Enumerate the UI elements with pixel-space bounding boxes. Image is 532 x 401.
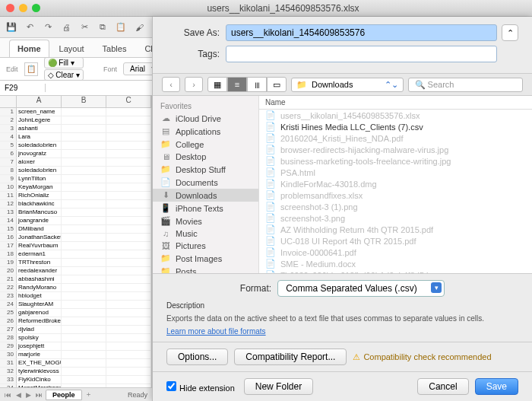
cell[interactable] bbox=[62, 183, 106, 191]
row-header[interactable]: 32 bbox=[0, 368, 17, 375]
table-row[interactable]: 33FlyKidCinko bbox=[0, 376, 151, 384]
sidebar-item[interactable]: 📱iPhone Texts bbox=[153, 202, 258, 215]
row-header[interactable]: 18 bbox=[0, 250, 17, 258]
cell[interactable]: JohnLegere bbox=[17, 116, 62, 124]
cell[interactable] bbox=[62, 309, 106, 317]
cell[interactable] bbox=[62, 175, 106, 183]
cell[interactable]: SlaughterAM bbox=[17, 301, 62, 308]
table-row[interactable]: 14joangrande bbox=[0, 217, 151, 225]
cell[interactable] bbox=[106, 359, 151, 367]
cell[interactable]: Lara bbox=[17, 133, 62, 141]
name-column-header[interactable]: Name bbox=[259, 96, 532, 110]
row-header[interactable]: 20 bbox=[0, 267, 17, 275]
cell[interactable] bbox=[62, 150, 106, 158]
search-input[interactable]: 🔍 Search bbox=[408, 78, 524, 92]
cell[interactable]: RealYuvrbaum bbox=[17, 242, 62, 250]
forward-icon[interactable]: › bbox=[185, 77, 203, 92]
row-header[interactable]: 13 bbox=[0, 208, 17, 216]
tab-layout[interactable]: Layout bbox=[51, 40, 93, 57]
save-button[interactable]: Save bbox=[475, 378, 518, 395]
table-row[interactable]: 26ReformedBroker bbox=[0, 317, 151, 326]
table-row[interactable]: 15DMliband bbox=[0, 225, 151, 234]
cell[interactable] bbox=[106, 183, 151, 191]
row-header[interactable]: 8 bbox=[0, 167, 17, 174]
cell[interactable]: jnovogratz bbox=[17, 150, 62, 158]
row-header[interactable]: 29 bbox=[0, 342, 17, 350]
cell[interactable]: blackhawkinc bbox=[17, 200, 62, 208]
cell[interactable]: BrianMancuso bbox=[17, 208, 62, 216]
back-icon[interactable]: ‹ bbox=[162, 77, 180, 92]
cell[interactable] bbox=[62, 225, 106, 233]
cell[interactable]: TRThreston bbox=[17, 259, 62, 266]
table-row[interactable]: 6jnovogratz bbox=[0, 150, 151, 158]
table-row[interactable]: 11RichOnializ bbox=[0, 192, 151, 200]
cell[interactable] bbox=[106, 175, 151, 183]
cell[interactable]: screen_name bbox=[17, 108, 62, 116]
row-header[interactable]: 15 bbox=[0, 225, 17, 233]
hide-extension-checkbox[interactable]: Hide extension bbox=[166, 381, 235, 393]
col-header[interactable]: A bbox=[17, 96, 62, 107]
table-row[interactable]: 27djvlad bbox=[0, 326, 151, 334]
cell[interactable] bbox=[106, 275, 151, 283]
sheet-nav-next-icon[interactable]: ▶ bbox=[24, 391, 33, 399]
clear-button[interactable]: ◇ Clear ▾ bbox=[44, 69, 84, 81]
cell[interactable] bbox=[62, 208, 106, 216]
print-icon[interactable]: 🖨 bbox=[59, 21, 73, 34]
sidebar-item[interactable]: 📁College bbox=[153, 138, 258, 151]
sidebar-item[interactable]: 📄Documents bbox=[153, 176, 258, 189]
options-button[interactable]: Options... bbox=[166, 348, 228, 365]
row-header[interactable]: 31 bbox=[0, 359, 17, 367]
list-view-icon[interactable]: ≡ bbox=[227, 77, 247, 92]
sidebar-item[interactable]: 📁Posts bbox=[153, 265, 258, 273]
table-row[interactable]: 31EX_THE_MOGUL bbox=[0, 359, 151, 368]
cell[interactable] bbox=[62, 284, 106, 291]
cell[interactable] bbox=[106, 292, 151, 300]
close-icon[interactable] bbox=[6, 4, 14, 12]
cell[interactable]: spolsky bbox=[17, 334, 62, 342]
cell[interactable] bbox=[106, 125, 151, 132]
cell[interactable] bbox=[106, 192, 151, 199]
sidebar-item[interactable]: 🖥Desktop bbox=[153, 151, 258, 163]
sheet-tab-people[interactable]: People bbox=[46, 390, 82, 400]
redo-icon[interactable]: ↷ bbox=[41, 21, 55, 34]
new-folder-button[interactable]: New Folder bbox=[244, 378, 313, 395]
cell[interactable]: KeyaMorgan bbox=[17, 183, 62, 191]
row-header[interactable]: 14 bbox=[0, 217, 17, 224]
cell[interactable] bbox=[62, 267, 106, 275]
table-row[interactable]: 13BrianMancuso bbox=[0, 208, 151, 217]
cell[interactable]: soledadobrien bbox=[17, 142, 62, 149]
cut-icon[interactable]: ✂ bbox=[78, 21, 91, 34]
row-header[interactable]: 9 bbox=[0, 175, 17, 183]
cell[interactable]: EX_THE_MOGUL bbox=[17, 359, 62, 367]
cell[interactable]: soledadobrien bbox=[17, 167, 62, 174]
col-header[interactable]: B bbox=[62, 96, 106, 107]
row-header[interactable]: 30 bbox=[0, 351, 17, 358]
sheet-nav-prev-icon[interactable]: ◀ bbox=[14, 391, 23, 399]
sheet-nav-first-icon[interactable]: ⏮ bbox=[3, 391, 13, 399]
cell[interactable]: ReformedBroker bbox=[17, 317, 62, 325]
cell[interactable] bbox=[106, 150, 151, 158]
cell[interactable] bbox=[62, 326, 106, 333]
row-header[interactable]: 23 bbox=[0, 292, 17, 300]
cell[interactable] bbox=[106, 108, 151, 116]
select-all-corner[interactable] bbox=[0, 96, 17, 107]
cell[interactable] bbox=[106, 142, 151, 149]
file-row[interactable]: 📄Kristi Hines Media LLC_Clients (7).csv bbox=[259, 121, 532, 132]
cell[interactable] bbox=[106, 326, 151, 333]
table-row[interactable]: 4Lara bbox=[0, 133, 151, 142]
table-row[interactable]: 25gabjarenod bbox=[0, 309, 151, 317]
row-header[interactable]: 1 bbox=[0, 108, 17, 116]
cell[interactable] bbox=[62, 275, 106, 283]
cell[interactable] bbox=[106, 242, 151, 250]
cell[interactable]: gabjarenod bbox=[17, 309, 62, 317]
cell[interactable] bbox=[106, 200, 151, 208]
sidebar-item[interactable]: 🎬Movies bbox=[153, 215, 258, 228]
icon-view-icon[interactable]: ▦ bbox=[207, 77, 227, 92]
cell[interactable] bbox=[62, 351, 106, 358]
row-header[interactable]: 11 bbox=[0, 192, 17, 199]
row-header[interactable]: 27 bbox=[0, 326, 17, 333]
cell[interactable] bbox=[62, 108, 106, 116]
row-header[interactable]: 24 bbox=[0, 301, 17, 308]
row-header[interactable]: 26 bbox=[0, 317, 17, 325]
cell[interactable]: aloxer bbox=[17, 158, 62, 166]
